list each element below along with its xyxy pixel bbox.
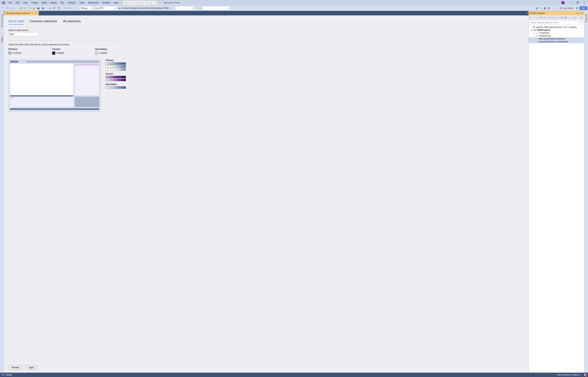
open-file-button[interactable]: [32, 6, 36, 10]
primary-swatch[interactable]: [116, 62, 118, 65]
stack-icon[interactable]: ▦: [543, 6, 547, 10]
search-dropdown-icon[interactable]: ▾: [578, 22, 579, 24]
close-panel-icon[interactable]: ✕: [581, 12, 583, 14]
secondary-swatch[interactable]: [108, 86, 111, 89]
quick-launch[interactable]: [123, 1, 157, 5]
save-all-button[interactable]: [41, 6, 45, 10]
nav-back-dropdown[interactable]: ▾: [10, 6, 12, 10]
primary-swatch[interactable]: [106, 62, 108, 65]
layers-icon[interactable]: ▤: [547, 6, 550, 10]
se-filter-dropdown[interactable]: ▾: [551, 16, 553, 20]
se-sync-button[interactable]: [553, 16, 556, 20]
primary-swatch[interactable]: [108, 62, 111, 65]
menu-analyze[interactable]: Analyze: [66, 1, 77, 5]
accent-swatch[interactable]: [106, 76, 108, 78]
user-avatar[interactable]: PJ: [561, 1, 564, 4]
menu-help[interactable]: Help: [112, 1, 120, 5]
primary-swatch[interactable]: [121, 62, 123, 65]
accent-swatch[interactable]: [113, 79, 116, 81]
source-control-button[interactable]: ↑ Add to Source Control ▴: [555, 374, 581, 376]
nav-forward-button[interactable]: [12, 6, 16, 10]
accent-swatch[interactable]: [123, 76, 126, 78]
primary-swatch[interactable]: [106, 65, 108, 68]
se-view-code-button[interactable]: [570, 16, 573, 20]
debug-target-combo[interactable]: ▾: [175, 6, 195, 10]
apply-button[interactable]: Apply: [25, 365, 37, 370]
se-show-all-files-button[interactable]: [564, 16, 567, 20]
menu-edit[interactable]: Edit: [14, 1, 21, 5]
menu-test[interactable]: Test: [59, 1, 66, 5]
add-item-button[interactable]: [25, 6, 30, 10]
cut-button[interactable]: [48, 6, 52, 10]
wrench-icon[interactable]: 🔧: [539, 6, 543, 10]
primary-swatch[interactable]: [106, 68, 108, 71]
server-explorer-tab[interactable]: Server Explorer: [0, 12, 4, 29]
accent-swatch[interactable]: [121, 79, 123, 81]
se-refresh-button[interactable]: [557, 16, 560, 20]
expander-icon[interactable]: ▷: [533, 35, 536, 37]
properties-tab[interactable]: Properties: [584, 12, 588, 25]
menu-debug[interactable]: Debug: [49, 1, 58, 5]
primary-swatch[interactable]: [123, 68, 126, 71]
manifest-file-node[interactable]: source.extension.vsixmanifest: [529, 40, 584, 43]
minimize-button[interactable]: [570, 1, 572, 4]
undo-dropdown[interactable]: ▾: [68, 6, 70, 10]
toolbox-tab[interactable]: Toolbox: [0, 34, 4, 45]
accent-swatch[interactable]: [106, 79, 108, 81]
find-in-files-button[interactable]: [198, 6, 202, 10]
secondary-swatch[interactable]: [121, 86, 123, 89]
more-icon[interactable]: ⋯: [551, 6, 555, 10]
feedback-icon[interactable]: [575, 6, 579, 10]
menu-file[interactable]: File: [7, 1, 14, 5]
window-position-icon[interactable]: ▾: [576, 12, 577, 14]
menu-tools[interactable]: Tools: [78, 1, 86, 5]
notifications-button[interactable]: 2: [584, 373, 586, 377]
redo-button[interactable]: [70, 6, 74, 10]
primary-chip[interactable]: [8, 51, 12, 55]
add-item-dropdown[interactable]: ▾: [30, 6, 32, 10]
references-node[interactable]: ▷ References: [529, 35, 584, 37]
tab-overflow-button[interactable]: ▾: [527, 12, 528, 14]
expander-icon[interactable]: ▷: [533, 32, 536, 34]
menu-view[interactable]: View: [21, 1, 29, 5]
copy-button[interactable]: [52, 6, 56, 10]
primary-swatch[interactable]: [111, 68, 113, 71]
secondary-chip[interactable]: [95, 51, 98, 55]
tab-quick-start[interactable]: Quick start: [8, 18, 24, 25]
menu-build[interactable]: Build: [40, 1, 48, 5]
xaml-layout-icon[interactable]: ▥: [535, 6, 539, 10]
accent-chip[interactable]: [52, 51, 55, 55]
maximize-button[interactable]: [577, 1, 579, 4]
new-project-dropdown[interactable]: ▾: [24, 6, 25, 10]
tab-all-elements[interactable]: All elements: [63, 18, 81, 25]
tab-common-elements[interactable]: Common elements: [30, 18, 57, 25]
drag-handle-icon[interactable]: ⋮⋮: [1, 6, 5, 10]
primary-swatch[interactable]: [111, 62, 113, 65]
secondary-swatch[interactable]: [116, 86, 118, 89]
expander-icon[interactable]: ◢: [530, 29, 533, 31]
secondary-swatch[interactable]: [118, 86, 121, 89]
quick-launch-input[interactable]: [124, 1, 156, 4]
primary-swatch[interactable]: [118, 62, 121, 65]
se-back-button[interactable]: [529, 16, 532, 20]
paste-button[interactable]: [57, 6, 61, 10]
se-pending-changes-button[interactable]: [548, 16, 551, 20]
accent-swatch[interactable]: [118, 76, 121, 78]
solution-node[interactable]: Solution 'MyCustomTheme' (1 of 1 project…: [529, 26, 584, 29]
secondary-swatch[interactable]: [123, 86, 126, 89]
pin-icon[interactable]: [32, 12, 33, 14]
solution-explorer-search-input[interactable]: [530, 21, 582, 24]
doc-tab-active[interactable]: MyCustomTheme.vstheme ✕: [4, 11, 39, 15]
menu-window[interactable]: Window: [101, 1, 112, 5]
solution-explorer-title[interactable]: Solution Explorer ▾ ✕: [529, 11, 584, 15]
solution-explorer-search[interactable]: ▾: [529, 20, 584, 25]
primary-swatch[interactable]: [121, 65, 123, 68]
primary-swatch[interactable]: [113, 62, 116, 65]
se-properties-button[interactable]: [574, 16, 576, 20]
primary-swatch[interactable]: [118, 65, 121, 68]
primary-swatch[interactable]: [113, 65, 116, 68]
secondary-swatch[interactable]: [111, 86, 113, 89]
undo-button[interactable]: [64, 6, 68, 10]
se-scope-button[interactable]: [540, 16, 543, 20]
primary-swatch[interactable]: [123, 65, 126, 68]
